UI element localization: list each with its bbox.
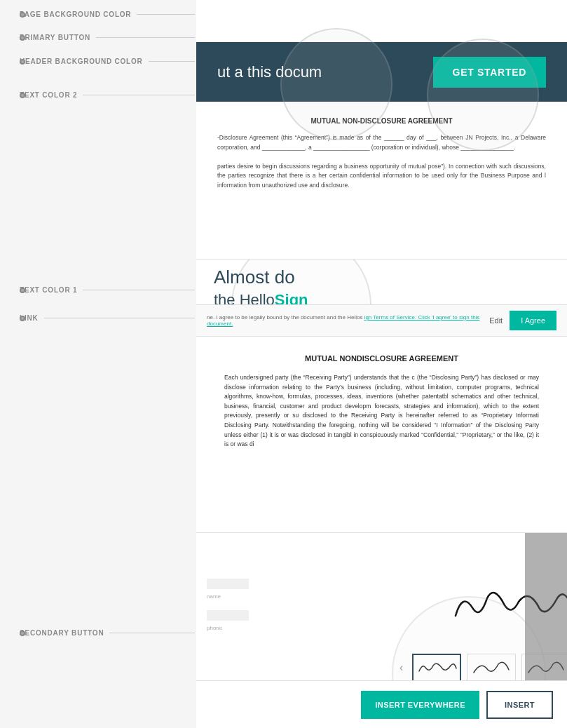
almost-done-text: Almost do — [214, 267, 295, 288]
label-secondary-button: SECONDARY BUTTON — [20, 629, 195, 637]
connector-dot — [20, 12, 25, 18]
label-link: LINK — [20, 314, 195, 322]
labels-panel: PAGE BACKGROUND COLOR PRIMARY BUTTON HEA… — [0, 0, 196, 728]
label-line — [83, 290, 195, 290]
connector-dot — [20, 631, 25, 636]
connector-dot — [20, 288, 25, 293]
label-page-bg-color: PAGE BACKGROUND COLOR — [20, 11, 195, 18]
connector-dot — [20, 93, 25, 98]
connector-dot — [20, 59, 25, 65]
signing-agree-text: ne. I agree to be legally bound by the d… — [207, 314, 489, 327]
label-line — [83, 95, 195, 95]
bottom-action-bar: INSERT EVERYWHERE INSERT — [196, 680, 567, 728]
label-text-color-1: TEXT COLOR 1 — [20, 286, 195, 294]
label-line — [44, 318, 195, 318]
label-line — [109, 633, 195, 633]
label-line — [149, 61, 195, 62]
circle-decoration-btn — [427, 39, 539, 151]
label-header-bg-color: HEADER BACKGROUND COLOR — [20, 58, 195, 65]
label-text-color-2: TEXT COLOR 2 — [20, 91, 195, 99]
nda-document-section: MUTUAL NONDISCLOSURE AGREEMENT Each unde… — [196, 337, 567, 533]
circle-decoration-top — [280, 28, 392, 140]
preview-panel: ut a this docum GET STARTED MUTUAL NON-D… — [196, 0, 567, 728]
name-label: name — [207, 593, 382, 600]
header-preview-section: ut a this docum GET STARTED MUTUAL NON-D… — [196, 0, 567, 259]
agree-button[interactable]: I Agree — [510, 311, 556, 330]
edit-button[interactable]: Edit — [489, 316, 503, 325]
signing-bar: ne. I agree to be legally bound by the d… — [196, 304, 567, 336]
label-primary-button: PRIMARY BUTTON — [20, 34, 195, 41]
doc-paragraph-2: parties desire to begin discussions rega… — [217, 162, 546, 191]
phone-field-placeholder — [207, 610, 249, 621]
nda-title: MUTUAL NONDISCLOSURE AGREEMENT — [224, 354, 539, 363]
label-line — [96, 37, 195, 38]
signing-preview-section: Almost do the HelloSign ne. I agree to b… — [196, 259, 567, 337]
insert-everywhere-button[interactable]: INSERT EVERYWHERE — [361, 691, 479, 719]
connector-dot — [20, 35, 25, 41]
phone-label: phone — [207, 625, 382, 631]
label-line — [137, 14, 195, 15]
connector-dot — [20, 316, 25, 321]
nda-paragraph: Each undersigned party (the “Receiving P… — [224, 373, 539, 450]
name-field-placeholder — [207, 579, 249, 589]
insert-button[interactable]: INSERT — [486, 691, 553, 719]
